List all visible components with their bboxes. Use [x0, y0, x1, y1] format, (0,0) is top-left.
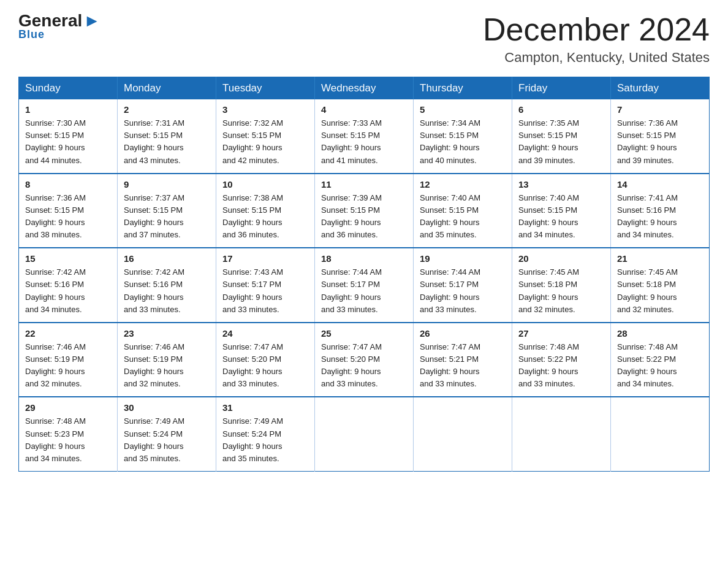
day-sun-info: Sunrise: 7:44 AMSunset: 5:17 PMDaylight:…	[420, 266, 506, 316]
day-sun-info: Sunrise: 7:41 AMSunset: 5:16 PMDaylight:…	[617, 192, 703, 242]
calendar-cell: 8Sunrise: 7:36 AMSunset: 5:15 PMDaylight…	[19, 174, 118, 248]
calendar-cell	[611, 397, 710, 471]
calendar-cell: 9Sunrise: 7:37 AMSunset: 5:15 PMDaylight…	[118, 174, 216, 248]
calendar-cell: 26Sunrise: 7:47 AMSunset: 5:21 PMDayligh…	[414, 323, 512, 397]
day-number: 2	[124, 104, 210, 115]
weekday-header-tuesday: Tuesday	[216, 77, 315, 100]
day-number: 10	[222, 179, 308, 190]
calendar-cell: 23Sunrise: 7:46 AMSunset: 5:19 PMDayligh…	[118, 323, 216, 397]
day-number: 1	[25, 104, 111, 115]
calendar-cell: 5Sunrise: 7:34 AMSunset: 5:15 PMDaylight…	[414, 99, 512, 174]
calendar-cell: 21Sunrise: 7:45 AMSunset: 5:18 PMDayligh…	[611, 248, 710, 323]
day-number: 22	[25, 328, 111, 339]
day-number: 27	[518, 328, 604, 339]
day-sun-info: Sunrise: 7:49 AMSunset: 5:24 PMDaylight:…	[124, 415, 210, 465]
day-number: 30	[124, 402, 210, 413]
weekday-header-thursday: Thursday	[414, 77, 512, 100]
calendar-cell: 18Sunrise: 7:44 AMSunset: 5:17 PMDayligh…	[315, 248, 414, 323]
calendar-cell: 2Sunrise: 7:31 AMSunset: 5:15 PMDaylight…	[118, 99, 216, 174]
day-number: 11	[321, 179, 407, 190]
day-number: 20	[518, 253, 604, 264]
day-number: 19	[420, 253, 506, 264]
day-number: 28	[617, 328, 703, 339]
calendar-cell: 10Sunrise: 7:38 AMSunset: 5:15 PMDayligh…	[216, 174, 315, 248]
day-sun-info: Sunrise: 7:48 AMSunset: 5:22 PMDaylight:…	[518, 341, 604, 391]
day-number: 13	[518, 179, 604, 190]
month-year-title: December 2024	[483, 12, 710, 47]
day-sun-info: Sunrise: 7:45 AMSunset: 5:18 PMDaylight:…	[518, 266, 604, 316]
weekday-header-monday: Monday	[118, 77, 216, 100]
day-number: 15	[25, 253, 111, 264]
calendar-cell: 24Sunrise: 7:47 AMSunset: 5:20 PMDayligh…	[216, 323, 315, 397]
day-number: 7	[617, 104, 703, 115]
calendar-cell: 27Sunrise: 7:48 AMSunset: 5:22 PMDayligh…	[512, 323, 611, 397]
weekday-header-wednesday: Wednesday	[315, 77, 414, 100]
calendar-cell	[414, 397, 512, 471]
calendar-cell: 28Sunrise: 7:48 AMSunset: 5:22 PMDayligh…	[611, 323, 710, 397]
day-number: 25	[321, 328, 407, 339]
calendar-cell: 15Sunrise: 7:42 AMSunset: 5:16 PMDayligh…	[19, 248, 118, 323]
calendar-cell	[315, 397, 414, 471]
day-sun-info: Sunrise: 7:44 AMSunset: 5:17 PMDaylight:…	[321, 266, 407, 316]
day-number: 8	[25, 179, 111, 190]
calendar-cell: 11Sunrise: 7:39 AMSunset: 5:15 PMDayligh…	[315, 174, 414, 248]
calendar-week-row: 22Sunrise: 7:46 AMSunset: 5:19 PMDayligh…	[19, 323, 710, 397]
calendar-cell: 17Sunrise: 7:43 AMSunset: 5:17 PMDayligh…	[216, 248, 315, 323]
calendar-cell	[512, 397, 611, 471]
day-sun-info: Sunrise: 7:47 AMSunset: 5:21 PMDaylight:…	[420, 341, 506, 391]
day-number: 5	[420, 104, 506, 115]
day-sun-info: Sunrise: 7:39 AMSunset: 5:15 PMDaylight:…	[321, 192, 407, 242]
calendar-cell: 16Sunrise: 7:42 AMSunset: 5:16 PMDayligh…	[118, 248, 216, 323]
day-number: 17	[222, 253, 308, 264]
calendar-cell: 31Sunrise: 7:49 AMSunset: 5:24 PMDayligh…	[216, 397, 315, 471]
weekday-header-saturday: Saturday	[611, 77, 710, 100]
calendar-cell: 29Sunrise: 7:48 AMSunset: 5:23 PMDayligh…	[19, 397, 118, 471]
calendar-cell: 1Sunrise: 7:30 AMSunset: 5:15 PMDaylight…	[19, 99, 118, 174]
day-sun-info: Sunrise: 7:36 AMSunset: 5:15 PMDaylight:…	[617, 117, 703, 167]
day-sun-info: Sunrise: 7:31 AMSunset: 5:15 PMDaylight:…	[124, 117, 210, 167]
location-subtitle: Campton, Kentucky, United States	[483, 50, 710, 66]
day-sun-info: Sunrise: 7:47 AMSunset: 5:20 PMDaylight:…	[222, 341, 308, 391]
day-sun-info: Sunrise: 7:42 AMSunset: 5:16 PMDaylight:…	[25, 266, 111, 316]
weekday-header-sunday: Sunday	[19, 77, 118, 100]
day-number: 14	[617, 179, 703, 190]
day-number: 16	[124, 253, 210, 264]
day-number: 31	[222, 402, 308, 413]
day-sun-info: Sunrise: 7:35 AMSunset: 5:15 PMDaylight:…	[518, 117, 604, 167]
day-sun-info: Sunrise: 7:47 AMSunset: 5:20 PMDaylight:…	[321, 341, 407, 391]
calendar-cell: 20Sunrise: 7:45 AMSunset: 5:18 PMDayligh…	[512, 248, 611, 323]
day-sun-info: Sunrise: 7:46 AMSunset: 5:19 PMDaylight:…	[25, 341, 111, 391]
day-sun-info: Sunrise: 7:36 AMSunset: 5:15 PMDaylight:…	[25, 192, 111, 242]
day-sun-info: Sunrise: 7:38 AMSunset: 5:15 PMDaylight:…	[222, 192, 308, 242]
day-sun-info: Sunrise: 7:33 AMSunset: 5:15 PMDaylight:…	[321, 117, 407, 167]
calendar-cell: 19Sunrise: 7:44 AMSunset: 5:17 PMDayligh…	[414, 248, 512, 323]
day-sun-info: Sunrise: 7:48 AMSunset: 5:22 PMDaylight:…	[617, 341, 703, 391]
calendar-week-row: 15Sunrise: 7:42 AMSunset: 5:16 PMDayligh…	[19, 248, 710, 323]
day-number: 12	[420, 179, 506, 190]
day-sun-info: Sunrise: 7:42 AMSunset: 5:16 PMDaylight:…	[124, 266, 210, 316]
logo-triangle-icon: ►	[83, 12, 100, 29]
day-number: 21	[617, 253, 703, 264]
calendar-cell: 4Sunrise: 7:33 AMSunset: 5:15 PMDaylight…	[315, 99, 414, 174]
logo: General ► Blue	[18, 12, 100, 41]
day-sun-info: Sunrise: 7:40 AMSunset: 5:15 PMDaylight:…	[420, 192, 506, 242]
logo-blue-text: Blue	[18, 28, 45, 41]
day-sun-info: Sunrise: 7:37 AMSunset: 5:15 PMDaylight:…	[124, 192, 210, 242]
day-number: 29	[25, 402, 111, 413]
day-sun-info: Sunrise: 7:32 AMSunset: 5:15 PMDaylight:…	[222, 117, 308, 167]
day-sun-info: Sunrise: 7:30 AMSunset: 5:15 PMDaylight:…	[25, 117, 111, 167]
logo-general-text: General	[18, 12, 82, 29]
day-sun-info: Sunrise: 7:49 AMSunset: 5:24 PMDaylight:…	[222, 415, 308, 465]
calendar-cell: 3Sunrise: 7:32 AMSunset: 5:15 PMDaylight…	[216, 99, 315, 174]
calendar-cell: 13Sunrise: 7:40 AMSunset: 5:15 PMDayligh…	[512, 174, 611, 248]
calendar-cell: 12Sunrise: 7:40 AMSunset: 5:15 PMDayligh…	[414, 174, 512, 248]
calendar-week-row: 1Sunrise: 7:30 AMSunset: 5:15 PMDaylight…	[19, 99, 710, 174]
day-sun-info: Sunrise: 7:46 AMSunset: 5:19 PMDaylight:…	[124, 341, 210, 391]
day-number: 9	[124, 179, 210, 190]
page-header: General ► Blue December 2024 Campton, Ke…	[18, 12, 710, 66]
day-sun-info: Sunrise: 7:40 AMSunset: 5:15 PMDaylight:…	[518, 192, 604, 242]
day-number: 4	[321, 104, 407, 115]
weekday-header-row: SundayMondayTuesdayWednesdayThursdayFrid…	[19, 77, 710, 100]
calendar-cell: 14Sunrise: 7:41 AMSunset: 5:16 PMDayligh…	[611, 174, 710, 248]
calendar-title-area: December 2024 Campton, Kentucky, United …	[483, 12, 710, 66]
